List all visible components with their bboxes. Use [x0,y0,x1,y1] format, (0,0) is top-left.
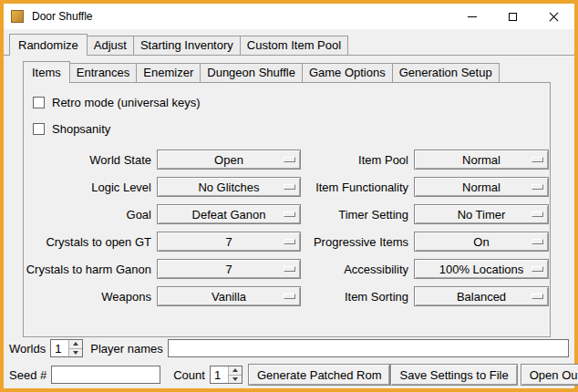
sub-tab-items[interactable]: Items [23,61,70,83]
shopsanity-checkbox[interactable] [33,123,45,135]
crystals-harm-ganon-label: Crystals to harm Ganon [26,259,151,279]
dropdown-indicator-icon [284,294,295,299]
minimize-button[interactable] [451,4,492,29]
crystals-open-gt-dropdown[interactable]: 7 [157,232,301,252]
dropdown-indicator-icon [532,157,543,162]
sub-tab-bar: Items Entrances Enemizer Dungeon Shuffle… [23,60,551,82]
item-sorting-label: Item Sorting [306,286,408,306]
up-arrow-icon [232,368,238,372]
dropdown-indicator-icon [532,184,543,190]
dropdown-indicator-icon [284,157,295,162]
caption-buttons [451,4,574,29]
logic-level-label: Logic Level [26,177,151,197]
generate-patched-rom-button[interactable]: Generate Patched Rom [248,364,391,386]
main-tab-bar: Randomize Adjust Starting Inventory Cust… [4,33,574,56]
titlebar: Door Shuffle [4,4,574,29]
world-state-dropdown[interactable]: Open [157,150,301,170]
retro-mode-label: Retro mode (universal keys) [52,96,201,109]
item-pool-label: Item Pool [306,150,408,170]
count-spin-up-button[interactable] [228,366,242,375]
crystals-open-gt-label: Crystals to open GT [26,232,151,252]
dropdown-indicator-icon [532,211,543,217]
sub-tab-game-options[interactable]: Game Options [302,63,393,82]
settings-grid: World State Open Item Pool Normal Logic … [26,150,548,306]
weapons-label: Weapons [26,286,151,306]
item-functionality-value: Normal [462,181,501,194]
goal-label: Goal [26,204,151,224]
progressive-items-dropdown[interactable]: On [414,232,549,252]
item-functionality-label: Item Functionality [306,177,408,197]
worlds-spin-up-button[interactable] [68,340,82,348]
items-pane: Retro mode (universal keys) Shopsanity W… [23,82,551,337]
item-sorting-dropdown[interactable]: Balanced [414,286,549,306]
accessibility-label: Accessibility [306,259,408,279]
dropdown-indicator-icon [532,239,543,244]
main-tab-starting-inventory[interactable]: Starting Inventory [133,36,241,55]
dropdown-indicator-icon [284,239,295,244]
worlds-spin-down-button[interactable] [68,348,82,357]
player-names-input[interactable] [168,339,569,357]
logic-level-dropdown[interactable]: No Glitches [157,177,301,197]
progressive-items-label: Progressive Items [306,232,408,252]
window: Door Shuffle Randomize Adjust Starting I… [0,0,578,392]
retro-mode-row: Retro mode (universal keys) [33,95,550,109]
dropdown-indicator-icon [284,184,295,190]
goal-dropdown[interactable]: Defeat Ganon [157,204,301,224]
dropdown-indicator-icon [284,211,295,217]
item-sorting-value: Balanced [457,290,506,304]
main-tab-randomize[interactable]: Randomize [9,34,88,56]
dropdown-indicator-icon [532,266,543,272]
timer-setting-dropdown[interactable]: No Timer [414,204,549,224]
accessibility-dropdown[interactable]: 100% Locations [414,259,549,279]
worlds-spinner[interactable]: 1 [50,339,83,357]
seed-input[interactable] [51,366,160,384]
crystals-harm-ganon-value: 7 [225,263,232,276]
timer-setting-value: No Timer [458,208,506,222]
timer-setting-label: Timer Setting [306,204,408,224]
count-label: Count [173,368,205,382]
count-spin-down-button[interactable] [228,375,242,384]
save-settings-button[interactable]: Save Settings to File [390,364,517,386]
weapons-value: Vanilla [212,290,246,304]
main-tab-custom-item-pool[interactable]: Custom Item Pool [240,36,348,55]
weapons-dropdown[interactable]: Vanilla [157,286,301,306]
close-button[interactable] [533,4,574,29]
up-arrow-icon [73,342,78,346]
item-pool-value: Normal [462,153,501,167]
sub-tab-dungeon-shuffle[interactable]: Dungeon Shuffle [200,63,303,82]
world-state-label: World State [26,150,151,170]
sub-tab-enemizer[interactable]: Enemizer [136,63,201,82]
item-pool-dropdown[interactable]: Normal [414,150,549,170]
sub-tab-entrances[interactable]: Entrances [69,63,138,82]
progressive-items-value: On [473,235,489,249]
worlds-value: 1 [51,340,68,356]
client-area: Randomize Adjust Starting Inventory Cust… [4,29,574,388]
count-spin-buttons [228,366,242,383]
count-value: 1 [211,366,228,383]
shopsanity-row: Shopsanity [33,121,550,136]
window-title: Door Shuffle [32,10,93,23]
item-functionality-dropdown[interactable]: Normal [414,177,549,197]
down-arrow-icon [232,377,238,381]
seed-label: Seed # [9,368,46,382]
maximize-button[interactable] [492,4,533,29]
dropdown-indicator-icon [532,294,543,299]
down-arrow-icon [73,351,78,355]
maximize-icon [509,13,517,21]
dropdown-indicator-icon [284,266,295,272]
minimize-icon [468,16,477,17]
count-spinner[interactable]: 1 [210,366,243,384]
close-icon [549,12,559,22]
accessibility-value: 100% Locations [439,263,524,276]
retro-mode-checkbox[interactable] [33,97,45,108]
crystals-harm-ganon-dropdown[interactable]: 7 [157,259,301,279]
worlds-row: Worlds 1 Player names [9,337,569,359]
app-icon [11,10,24,23]
sub-tab-generation-setup[interactable]: Generation Setup [392,63,500,82]
randomize-pane: Items Entrances Enemizer Dungeon Shuffle… [4,56,574,388]
seed-row: Seed # Count 1 Generate Patched Rom Save… [9,364,569,386]
crystals-open-gt-value: 7 [225,235,232,249]
worlds-spin-buttons [68,340,82,356]
open-output-directory-button[interactable]: Open Output Directory [521,364,578,386]
main-tab-adjust[interactable]: Adjust [87,36,134,55]
